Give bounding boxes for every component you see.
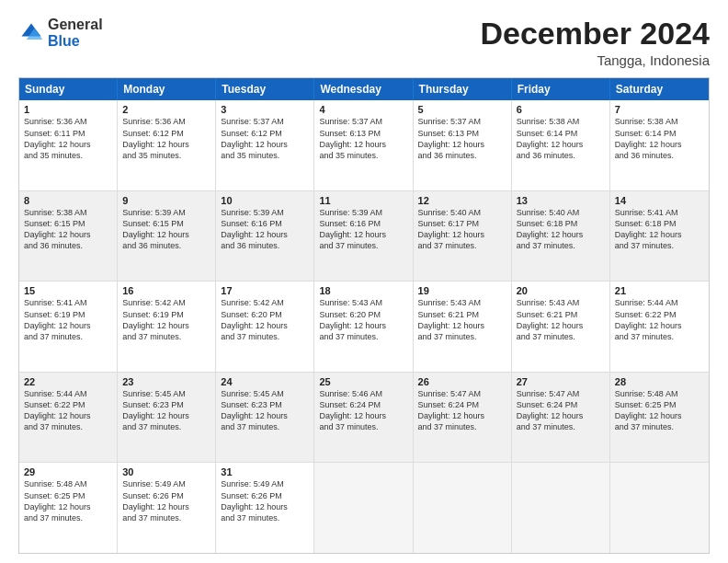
cell-info: Sunrise: 5:39 AM Sunset: 6:16 PM Dayligh… xyxy=(221,207,309,252)
logo: General Blue xyxy=(18,17,103,49)
cell-info: Sunrise: 5:45 AM Sunset: 6:23 PM Dayligh… xyxy=(122,388,210,433)
cal-row: 29Sunrise: 5:48 AM Sunset: 6:25 PM Dayli… xyxy=(19,462,709,553)
cal-cell: 26Sunrise: 5:47 AM Sunset: 6:24 PM Dayli… xyxy=(414,373,512,463)
cal-cell: 27Sunrise: 5:47 AM Sunset: 6:24 PM Dayli… xyxy=(512,373,610,463)
day-number: 2 xyxy=(122,104,210,115)
cal-cell: 25Sunrise: 5:46 AM Sunset: 6:24 PM Dayli… xyxy=(314,373,413,463)
header: General Blue December 2024 Tangga, Indon… xyxy=(18,17,710,68)
cal-row: 15Sunrise: 5:41 AM Sunset: 6:19 PM Dayli… xyxy=(19,281,709,372)
cell-info: Sunrise: 5:48 AM Sunset: 6:25 PM Dayligh… xyxy=(615,388,704,433)
day-number: 30 xyxy=(122,466,210,477)
logo-blue: Blue xyxy=(48,33,80,49)
cal-cell: 3Sunrise: 5:37 AM Sunset: 6:12 PM Daylig… xyxy=(216,100,314,190)
cell-info: Sunrise: 5:49 AM Sunset: 6:26 PM Dayligh… xyxy=(122,478,210,523)
subtitle: Tangga, Indonesia xyxy=(480,52,710,68)
cell-info: Sunrise: 5:38 AM Sunset: 6:15 PM Dayligh… xyxy=(24,207,112,252)
cal-cell: 30Sunrise: 5:49 AM Sunset: 6:26 PM Dayli… xyxy=(118,463,216,553)
cal-cell: 12Sunrise: 5:40 AM Sunset: 6:17 PM Dayli… xyxy=(414,191,512,282)
cal-cell: 23Sunrise: 5:45 AM Sunset: 6:23 PM Dayli… xyxy=(118,373,216,463)
main-title: December 2024 xyxy=(480,17,710,51)
day-number: 25 xyxy=(319,376,407,387)
day-number: 1 xyxy=(24,104,112,115)
cal-cell: 24Sunrise: 5:45 AM Sunset: 6:23 PM Dayli… xyxy=(216,373,314,463)
cal-cell: 8Sunrise: 5:38 AM Sunset: 6:15 PM Daylig… xyxy=(19,191,118,282)
cell-info: Sunrise: 5:37 AM Sunset: 6:13 PM Dayligh… xyxy=(418,116,506,161)
day-number: 5 xyxy=(418,104,506,115)
cal-cell: 10Sunrise: 5:39 AM Sunset: 6:16 PM Dayli… xyxy=(216,191,314,282)
day-number: 24 xyxy=(221,376,309,387)
cell-info: Sunrise: 5:41 AM Sunset: 6:18 PM Dayligh… xyxy=(615,207,704,252)
cell-info: Sunrise: 5:42 AM Sunset: 6:20 PM Dayligh… xyxy=(221,297,309,342)
logo-icon xyxy=(18,20,44,46)
cal-header-day: Friday xyxy=(512,78,610,100)
cell-info: Sunrise: 5:41 AM Sunset: 6:19 PM Dayligh… xyxy=(24,297,112,342)
cal-cell: 13Sunrise: 5:40 AM Sunset: 6:18 PM Dayli… xyxy=(512,191,610,282)
cell-info: Sunrise: 5:43 AM Sunset: 6:21 PM Dayligh… xyxy=(517,297,605,342)
cal-cell: 16Sunrise: 5:42 AM Sunset: 6:19 PM Dayli… xyxy=(118,282,216,372)
day-number: 26 xyxy=(418,376,506,387)
cell-info: Sunrise: 5:36 AM Sunset: 6:12 PM Dayligh… xyxy=(122,116,210,161)
calendar: SundayMondayTuesdayWednesdayThursdayFrid… xyxy=(18,77,710,554)
day-number: 11 xyxy=(319,195,407,206)
day-number: 12 xyxy=(418,195,506,206)
cell-info: Sunrise: 5:47 AM Sunset: 6:24 PM Dayligh… xyxy=(418,388,506,433)
cal-cell: 18Sunrise: 5:43 AM Sunset: 6:20 PM Dayli… xyxy=(314,282,413,372)
day-number: 28 xyxy=(615,376,704,387)
cell-info: Sunrise: 5:43 AM Sunset: 6:20 PM Dayligh… xyxy=(319,297,407,342)
cal-cell: 11Sunrise: 5:39 AM Sunset: 6:16 PM Dayli… xyxy=(314,191,413,282)
day-number: 29 xyxy=(24,466,112,477)
day-number: 20 xyxy=(517,285,605,296)
cal-cell: 15Sunrise: 5:41 AM Sunset: 6:19 PM Dayli… xyxy=(19,282,118,372)
cal-cell: 22Sunrise: 5:44 AM Sunset: 6:22 PM Dayli… xyxy=(19,373,118,463)
day-number: 3 xyxy=(221,104,309,115)
cal-cell: 19Sunrise: 5:43 AM Sunset: 6:21 PM Dayli… xyxy=(414,282,512,372)
day-number: 19 xyxy=(418,285,506,296)
day-number: 10 xyxy=(221,195,309,206)
cal-cell-empty xyxy=(314,463,413,553)
cal-row: 8Sunrise: 5:38 AM Sunset: 6:15 PM Daylig… xyxy=(19,190,709,282)
day-number: 31 xyxy=(221,466,309,477)
cell-info: Sunrise: 5:39 AM Sunset: 6:16 PM Dayligh… xyxy=(319,207,407,252)
cal-cell: 5Sunrise: 5:37 AM Sunset: 6:13 PM Daylig… xyxy=(414,100,512,190)
logo-general: General xyxy=(48,17,103,32)
cell-info: Sunrise: 5:42 AM Sunset: 6:19 PM Dayligh… xyxy=(122,297,210,342)
day-number: 17 xyxy=(221,285,309,296)
cell-info: Sunrise: 5:43 AM Sunset: 6:21 PM Dayligh… xyxy=(418,297,506,342)
cal-cell: 20Sunrise: 5:43 AM Sunset: 6:21 PM Dayli… xyxy=(512,282,610,372)
day-number: 6 xyxy=(517,104,605,115)
cal-cell-empty xyxy=(610,463,709,553)
cal-cell: 28Sunrise: 5:48 AM Sunset: 6:25 PM Dayli… xyxy=(610,373,709,463)
day-number: 8 xyxy=(24,195,112,206)
day-number: 21 xyxy=(615,285,704,296)
cal-cell: 2Sunrise: 5:36 AM Sunset: 6:12 PM Daylig… xyxy=(118,100,216,190)
day-number: 13 xyxy=(517,195,605,206)
calendar-body: 1Sunrise: 5:36 AM Sunset: 6:11 PM Daylig… xyxy=(19,100,709,553)
cell-info: Sunrise: 5:40 AM Sunset: 6:17 PM Dayligh… xyxy=(418,207,506,252)
cal-cell: 7Sunrise: 5:38 AM Sunset: 6:14 PM Daylig… xyxy=(610,100,709,190)
cal-cell: 4Sunrise: 5:37 AM Sunset: 6:13 PM Daylig… xyxy=(314,100,413,190)
day-number: 22 xyxy=(24,376,112,387)
cell-info: Sunrise: 5:39 AM Sunset: 6:15 PM Dayligh… xyxy=(122,207,210,252)
cell-info: Sunrise: 5:37 AM Sunset: 6:13 PM Dayligh… xyxy=(319,116,407,161)
cal-header-day: Wednesday xyxy=(314,78,413,100)
cal-cell: 6Sunrise: 5:38 AM Sunset: 6:14 PM Daylig… xyxy=(512,100,610,190)
cell-info: Sunrise: 5:45 AM Sunset: 6:23 PM Dayligh… xyxy=(221,388,309,433)
cell-info: Sunrise: 5:44 AM Sunset: 6:22 PM Dayligh… xyxy=(615,297,704,342)
cal-row: 1Sunrise: 5:36 AM Sunset: 6:11 PM Daylig… xyxy=(19,100,709,190)
title-block: December 2024 Tangga, Indonesia xyxy=(480,17,710,68)
cal-cell: 1Sunrise: 5:36 AM Sunset: 6:11 PM Daylig… xyxy=(19,100,118,190)
day-number: 15 xyxy=(24,285,112,296)
cell-info: Sunrise: 5:47 AM Sunset: 6:24 PM Dayligh… xyxy=(517,388,605,433)
cal-cell-empty xyxy=(414,463,512,553)
cell-info: Sunrise: 5:38 AM Sunset: 6:14 PM Dayligh… xyxy=(517,116,605,161)
logo-text: General Blue xyxy=(48,17,103,49)
cell-info: Sunrise: 5:46 AM Sunset: 6:24 PM Dayligh… xyxy=(319,388,407,433)
cell-info: Sunrise: 5:36 AM Sunset: 6:11 PM Dayligh… xyxy=(24,116,112,161)
day-number: 23 xyxy=(122,376,210,387)
cell-info: Sunrise: 5:37 AM Sunset: 6:12 PM Dayligh… xyxy=(221,116,309,161)
day-number: 27 xyxy=(517,376,605,387)
cal-cell-empty xyxy=(512,463,610,553)
cal-cell: 14Sunrise: 5:41 AM Sunset: 6:18 PM Dayli… xyxy=(610,191,709,282)
cal-cell: 17Sunrise: 5:42 AM Sunset: 6:20 PM Dayli… xyxy=(216,282,314,372)
cal-cell: 29Sunrise: 5:48 AM Sunset: 6:25 PM Dayli… xyxy=(19,463,118,553)
